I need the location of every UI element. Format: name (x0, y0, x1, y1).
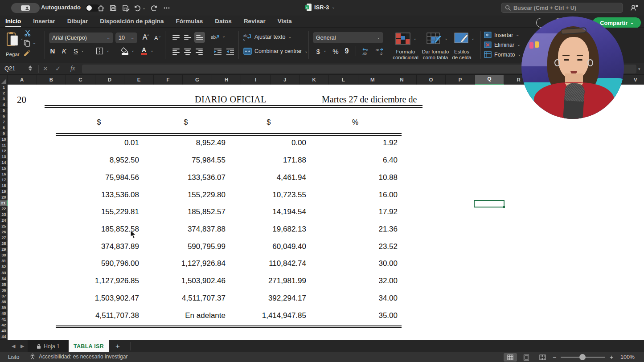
align-middle-button[interactable] (183, 33, 193, 42)
column-header-J[interactable]: J (271, 75, 300, 85)
ribbon-tab-vista[interactable]: Vista (278, 16, 292, 28)
row-header-42[interactable]: 42 (0, 322, 8, 328)
confirm-entry-icon[interactable]: ✓ (55, 65, 61, 73)
column-header-D[interactable]: D (95, 75, 125, 85)
format-as-table-menu-button[interactable]: ⌄ (444, 37, 448, 41)
row-header-43[interactable]: 43 (0, 328, 8, 334)
format-cells-button[interactable]: Formato ⌄ (484, 51, 521, 58)
row-header-19[interactable]: 19 (0, 189, 8, 195)
ribbon-tab-inicio[interactable]: Inicio (5, 16, 21, 28)
fill-color-button[interactable] (119, 45, 130, 56)
row-header-23[interactable]: 23 (0, 212, 8, 218)
column-header-Q[interactable]: Q (475, 75, 505, 85)
row-header-12[interactable]: 12 (0, 148, 8, 154)
row-header-5[interactable]: 5 (0, 108, 8, 114)
row-header-30[interactable]: 30 (0, 252, 8, 258)
align-bottom-button[interactable] (194, 32, 205, 43)
table-cell[interactable]: 10,723.55 (226, 191, 306, 199)
decrease-decimal-button[interactable]: .00.0 (373, 46, 384, 56)
row-header-17[interactable]: 17 (0, 177, 8, 183)
insert-function-button[interactable]: fx (70, 65, 75, 72)
table-cell[interactable]: 185,852.57 (139, 207, 226, 216)
row-header-3[interactable]: 3 (0, 96, 8, 102)
row-header-44[interactable]: 44 (0, 334, 8, 340)
cell-styles-button[interactable] (454, 32, 470, 45)
document-title-group[interactable]: x ISR-3 ⌄ (305, 4, 335, 11)
table-cell[interactable]: 110,842.74 (226, 259, 306, 268)
table-cell[interactable]: 374,837.89 (58, 242, 139, 251)
table-cell[interactable]: 185,852.58 (58, 225, 139, 234)
column-header-V[interactable]: V (621, 75, 644, 85)
sheet-tab-hoja-1[interactable]: Hoja 1 (28, 340, 69, 352)
fill-handle[interactable] (503, 206, 505, 208)
grow-font-button[interactable]: A^ (141, 33, 151, 42)
row-header-11[interactable]: 11 (0, 142, 8, 148)
bold-button[interactable]: N (48, 46, 57, 55)
row-header-34[interactable]: 34 (0, 276, 8, 282)
add-sheet-button[interactable]: + (110, 340, 126, 352)
wrap-text-button[interactable]: abc Ajustar texto ⌄ (243, 33, 291, 41)
row-header-2[interactable]: 2 (0, 90, 8, 96)
table-cell[interactable]: 19,682.13 (226, 225, 306, 234)
fill-color-menu-button[interactable]: ⌄ (131, 49, 135, 53)
row-header-9[interactable]: 9 (0, 131, 8, 137)
zoom-slider-handle[interactable] (579, 354, 586, 360)
table-cell[interactable]: 133,536.07 (139, 173, 226, 182)
table-cell[interactable]: 4,511,707.37 (139, 294, 226, 303)
decrease-indent-button[interactable] (212, 47, 223, 56)
column-header-I[interactable]: I (241, 75, 271, 85)
page-layout-view-button[interactable] (520, 353, 533, 362)
save-button[interactable] (109, 4, 118, 12)
merge-center-button[interactable]: Combinar y centrar ⌄ (243, 48, 308, 55)
percent-button[interactable]: % (332, 46, 340, 56)
row-header-27[interactable]: 27 (0, 235, 8, 241)
table-cell[interactable]: 75,984.55 (139, 156, 226, 165)
column-header-O[interactable]: O (417, 75, 446, 85)
share-people-button[interactable] (630, 4, 639, 13)
row-header-25[interactable]: 25 (0, 224, 8, 229)
row-header-6[interactable]: 6 (0, 114, 8, 119)
table-cell[interactable]: 32.00 (306, 277, 398, 285)
ribbon-tab-disposición-de-página[interactable]: Disposición de página (100, 16, 164, 28)
table-cell[interactable]: 0.01 (58, 138, 139, 147)
row-header-14[interactable]: 14 (0, 160, 8, 166)
number-format-combo[interactable]: General ⌄ (313, 32, 383, 43)
name-box-stepper[interactable] (29, 65, 32, 71)
font-name-combo[interactable]: Arial (Cuerpo) ⌄ (49, 33, 113, 43)
zoom-out-button[interactable]: − (553, 354, 556, 361)
row-header-38[interactable]: 38 (0, 299, 8, 305)
row-header-40[interactable]: 40 (0, 311, 8, 317)
column-header-M[interactable]: M (358, 75, 388, 85)
cancel-entry-icon[interactable]: ✕ (43, 65, 48, 72)
table-cell[interactable]: 4,511,707.38 (58, 311, 139, 320)
increase-decimal-button[interactable]: 0.00 (361, 46, 372, 56)
table-cell[interactable]: 35.00 (306, 311, 398, 320)
insert-cells-button[interactable]: Insertar ⌄ (484, 32, 519, 38)
format-as-table-button[interactable] (426, 32, 442, 45)
table-cell[interactable]: 392,294.17 (226, 294, 306, 303)
table-cell[interactable]: 133,536.08 (58, 191, 139, 199)
row-header-13[interactable]: 13 (0, 154, 8, 160)
zoom-in-button[interactable]: + (610, 354, 613, 361)
presenter-view-button[interactable] (11, 3, 40, 13)
borders-button[interactable] (94, 46, 104, 55)
table-cell[interactable]: 155,229.81 (58, 207, 139, 216)
row-header-18[interactable]: 18 (0, 183, 8, 189)
table-cell[interactable]: 271,981.99 (226, 277, 306, 285)
name-box[interactable]: Q21 (4, 65, 16, 72)
row-header-4[interactable]: 4 (0, 102, 8, 108)
table-cell[interactable]: 590,796.00 (58, 259, 139, 268)
sheet-nav-right-icon[interactable]: ▶ (21, 343, 24, 349)
ribbon-tab-dibujar[interactable]: Dibujar (67, 16, 88, 28)
page-break-view-button[interactable] (536, 353, 549, 362)
table-cell[interactable]: 1,414,947.85 (226, 311, 306, 320)
redo-button[interactable] (150, 4, 159, 12)
currency-menu-button[interactable]: ⌄ (323, 49, 327, 53)
formula-bar-collapse-icon[interactable]: ▾ (638, 67, 640, 71)
sheet-tab-tabla-isr[interactable]: TABLA ISR (69, 340, 109, 352)
table-cell[interactable]: 8,952.49 (139, 138, 226, 147)
table-cell[interactable]: 1,127,926.85 (58, 277, 139, 285)
column-header-N[interactable]: N (387, 75, 417, 85)
column-header-K[interactable]: K (299, 75, 329, 85)
copy-button[interactable] (22, 39, 31, 47)
